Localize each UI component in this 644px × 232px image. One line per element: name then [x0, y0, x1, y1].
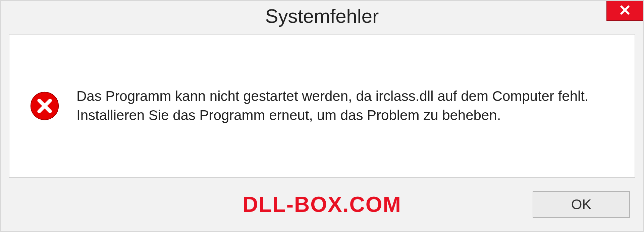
close-icon [619, 4, 631, 17]
error-message: Das Programm kann nicht gestartet werden… [76, 87, 614, 125]
error-dialog: Systemfehler Das Programm kann nicht ges… [0, 0, 644, 232]
watermark-text: DLL-BOX.COM [243, 192, 401, 217]
error-icon [30, 91, 60, 121]
dialog-title: Systemfehler [265, 5, 379, 27]
dialog-footer: DLL-BOX.COM OK [1, 184, 643, 231]
close-button[interactable] [606, 1, 643, 21]
titlebar: Systemfehler [1, 1, 643, 31]
content-panel: Das Programm kann nicht gestartet werden… [9, 34, 635, 178]
ok-button[interactable]: OK [533, 191, 630, 218]
ok-button-label: OK [571, 196, 592, 213]
